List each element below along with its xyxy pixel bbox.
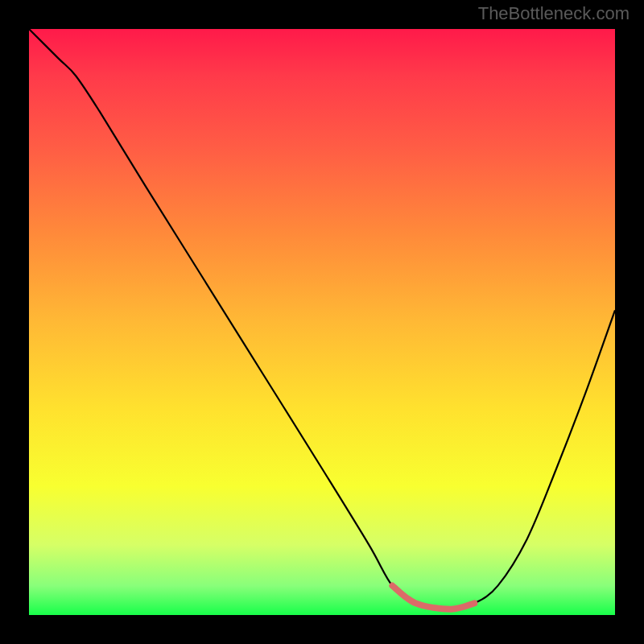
bottleneck-curve-path xyxy=(29,29,615,609)
bottleneck-highlight-path xyxy=(392,586,474,609)
bottleneck-curve-svg xyxy=(29,29,615,615)
chart-plot-area xyxy=(29,29,615,615)
watermark-text: TheBottleneck.com xyxy=(478,3,630,24)
